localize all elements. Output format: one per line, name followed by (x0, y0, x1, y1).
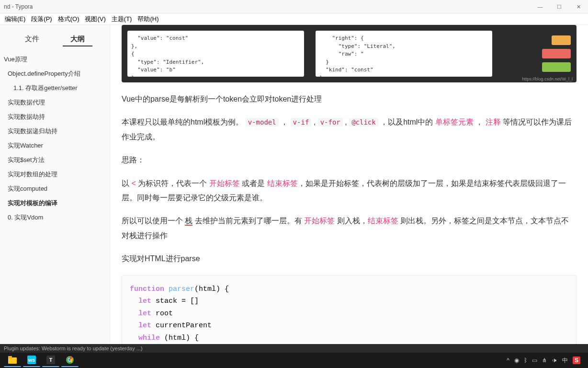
task-typora-icon[interactable]: T (42, 354, 59, 367)
tray-up-icon[interactable]: ^ (507, 357, 509, 364)
sidebar-tab-file[interactable]: 文件 (17, 33, 47, 46)
outline-item-11[interactable]: 0. 实现Vdom (0, 210, 110, 225)
paragraph-4: 以 < 为标识符，代表一个 开始标签 或者是 结束标签，如果是开始标签，代表树的… (122, 176, 577, 206)
outline-list: Vue原理Object.defineProperty介绍1.1. 存取器gett… (0, 52, 110, 225)
outline-item-2[interactable]: 1.1. 存取器getter/setter (0, 81, 110, 95)
tray-battery-icon[interactable]: ▭ (532, 357, 537, 364)
menu-format[interactable]: 格式(O) (55, 14, 82, 24)
tray-ime[interactable]: 中 (562, 356, 568, 365)
task-chrome-icon[interactable] (61, 354, 79, 367)
outline-item-9[interactable]: 实现computed (0, 182, 110, 196)
outline-item-7[interactable]: 实现$set方法 (0, 153, 110, 167)
sidebar: 文件 大纲 Vue原理Object.defineProperty介绍1.1. 存… (0, 25, 110, 353)
titlebar: nd - Typora ― ☐ ✕ (0, 0, 588, 13)
paragraph-6: 实现对HTML进行parse (122, 252, 577, 266)
menubar: 编辑(E) 段落(P) 格式(O) 视图(V) 主题(T) 帮助(H) (0, 13, 588, 25)
chip-red (542, 49, 571, 58)
outline-item-5[interactable]: 实现数据递归劫持 (0, 124, 110, 138)
image-chips (504, 31, 571, 77)
maximize-button[interactable]: ☐ (550, 0, 569, 13)
taskbar: WS T ^ ◉ ᛒ ▭ ⋔ 🕩 中 S (0, 353, 588, 368)
code-vif: v-if (291, 118, 312, 126)
outline-item-1[interactable]: Object.defineProperty介绍 (0, 67, 110, 81)
hl-end-tag-2: 结束标签 (368, 217, 398, 225)
image-code-panel-1: "value": "const" }, { "type": "Identifie… (127, 31, 304, 77)
tray-obs-icon[interactable]: ◉ (514, 357, 519, 364)
hl-comment: 注释 (486, 118, 501, 126)
ide-statusbar: Plugin updates: Webstorm is ready to upd… (0, 344, 588, 353)
close-button[interactable]: ✕ (569, 0, 588, 13)
chip-orange (552, 35, 571, 45)
menu-view[interactable]: 视图(V) (82, 14, 108, 24)
hl-start-tag-2: 开始标签 (304, 217, 335, 225)
underline-stack: 栈 (185, 217, 192, 226)
code-block[interactable]: function parser(html) { let stack = [] l… (122, 275, 577, 353)
tray-volume-icon[interactable]: 🕩 (552, 357, 557, 364)
tray-sogou-icon[interactable]: S (573, 356, 580, 364)
svg-text:WS: WS (28, 358, 35, 363)
minimize-button[interactable]: ― (531, 0, 550, 13)
code-vmodel: v-model (246, 118, 279, 126)
system-tray: ^ ◉ ᛒ ▭ ⋔ 🕩 中 S (507, 356, 585, 365)
paragraph-1: Vue中的parse是每解析到一个token会立即对token进行处理 (122, 92, 577, 106)
window-title: nd - Typora (4, 3, 33, 10)
outline-item-10[interactable]: 实现对模板的编译 (0, 196, 110, 210)
chip-green (542, 62, 571, 72)
outline-item-4[interactable]: 实现数据劫持 (0, 110, 110, 124)
menu-help[interactable]: 帮助(H) (135, 14, 161, 24)
svg-rect-1 (8, 356, 12, 358)
paragraph-5: 所以可以使用一个 栈 去维护当前元素到了哪一层。有 开始标签 则入栈，结束标签 … (122, 214, 577, 243)
hl-start-tag-1: 开始标签 (209, 179, 240, 187)
task-explorer-icon[interactable] (4, 354, 21, 367)
menu-paragraph[interactable]: 段落(P) (28, 14, 55, 24)
image-watermark: https://blog.csdn.net/W_l_l (522, 77, 573, 81)
code-click: @click (349, 118, 378, 126)
paragraph-2: 本课程只以最单纯的html模板为例。 v-model ， v-if , v-fo… (122, 115, 577, 144)
outline-item-0[interactable]: Vue原理 (0, 52, 110, 67)
embedded-image: "value": "const" }, { "type": "Identifie… (122, 25, 577, 82)
tray-wifi-icon[interactable]: ⋔ (542, 357, 547, 364)
image-code-panel-2: "right": { "type": "Literal", "raw": " }… (316, 31, 492, 77)
menu-edit[interactable]: 编辑(E) (2, 14, 28, 24)
outline-item-6[interactable]: 实现Watcher (0, 138, 110, 153)
sidebar-tab-outline[interactable]: 大纲 (63, 33, 92, 46)
task-webstorm-icon[interactable]: WS (23, 354, 40, 367)
code-vfor: v-for (318, 118, 343, 126)
hl-end-tag-1: 结束标签 (267, 179, 298, 187)
outline-item-3[interactable]: 实现数据代理 (0, 95, 110, 110)
outline-item-8[interactable]: 实现对数组的处理 (0, 167, 110, 182)
content-area[interactable]: "value": "const" }, { "type": "Identifie… (110, 25, 588, 353)
tray-bluetooth-icon[interactable]: ᛒ (524, 357, 527, 364)
hl-lt: < (131, 179, 136, 187)
svg-text:T: T (49, 357, 53, 363)
paragraph-3: 思路： (122, 153, 577, 167)
hl-single-tag: 单标签元素 (435, 118, 474, 126)
menu-theme[interactable]: 主题(T) (109, 14, 135, 24)
